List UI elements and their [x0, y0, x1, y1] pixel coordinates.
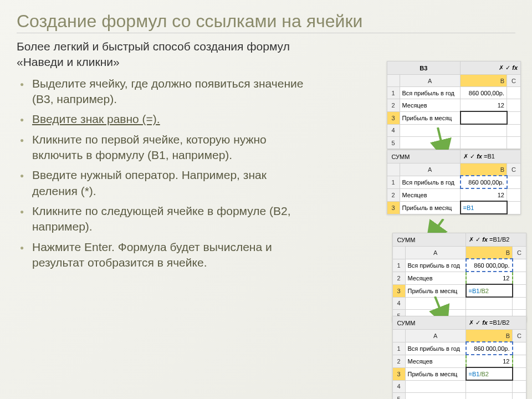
cell[interactable] [513, 272, 526, 284]
row-header[interactable]: 1 [387, 87, 400, 99]
cancel-icon[interactable]: ✗ [469, 319, 474, 326]
cell[interactable] [513, 367, 526, 380]
cell[interactable] [507, 111, 521, 124]
cell[interactable] [513, 297, 526, 310]
enter-icon[interactable]: ✓ [505, 64, 510, 71]
cell[interactable]: 12 [461, 99, 507, 112]
cell[interactable] [400, 124, 461, 137]
cell[interactable]: Прибыль в месяц [405, 284, 466, 297]
selected-cell[interactable] [461, 111, 507, 124]
cell[interactable] [507, 87, 521, 99]
column-header[interactable]: C [507, 75, 521, 87]
selected-cell[interactable]: =B1/B2 [466, 367, 513, 380]
cell[interactable] [466, 380, 513, 393]
column-header[interactable]: B [461, 163, 507, 176]
row-header[interactable]: 1 [387, 176, 400, 188]
cell[interactable] [405, 380, 466, 393]
row-header[interactable]: 1 [392, 342, 405, 355]
cell[interactable]: Вся прибыль в год [405, 342, 466, 355]
enter-icon[interactable]: ✓ [475, 319, 480, 326]
cancel-icon[interactable]: ✗ [469, 236, 474, 243]
cell[interactable]: Прибыль в месяц [400, 111, 461, 124]
cell[interactable]: 860 000,00р. [461, 176, 507, 188]
enter-icon[interactable]: ✓ [475, 236, 480, 243]
cell[interactable] [513, 284, 526, 297]
name-box[interactable]: СУММ [392, 233, 466, 247]
column-header[interactable]: A [405, 330, 466, 342]
cell[interactable] [507, 188, 521, 201]
cell[interactable]: Месяцев [400, 188, 461, 201]
cell[interactable] [507, 201, 521, 214]
name-box[interactable]: СУММ [387, 150, 461, 163]
cell[interactable] [466, 393, 513, 400]
selected-cell[interactable]: =B1 [461, 201, 507, 214]
row-header[interactable]: 3 [387, 201, 400, 214]
column-header[interactable]: C [513, 247, 526, 259]
row-header[interactable]: 2 [392, 272, 405, 284]
cell[interactable]: Месяцев [405, 272, 466, 284]
cell[interactable]: Прибыль в месяц [405, 367, 466, 380]
cell[interactable]: 860 000,00р. [461, 87, 507, 99]
cell[interactable] [507, 137, 521, 149]
cell[interactable] [513, 342, 526, 355]
row-header[interactable]: 2 [387, 99, 400, 112]
cell[interactable]: 12 [466, 272, 513, 284]
cell[interactable] [507, 124, 521, 137]
column-header[interactable]: B [466, 247, 513, 259]
cell[interactable]: Вся прибыль в год [405, 259, 466, 272]
cell[interactable] [513, 259, 526, 272]
cell[interactable]: Вся прибыль в год [400, 87, 461, 99]
cell[interactable] [405, 297, 466, 310]
cell[interactable] [507, 99, 521, 112]
row-header[interactable]: 4 [392, 297, 405, 310]
selected-cell[interactable]: =B1/B2 [466, 284, 513, 297]
cell[interactable] [513, 355, 526, 367]
cell[interactable] [507, 176, 521, 188]
column-header[interactable]: C [513, 330, 526, 342]
formula-bar[interactable]: =B1/B2 [489, 236, 509, 243]
formula-bar[interactable]: =B1/B2 [489, 319, 509, 326]
fx-icon[interactable]: fx [482, 236, 488, 243]
cell[interactable] [405, 393, 466, 400]
row-header[interactable]: 4 [387, 124, 400, 137]
cell[interactable]: 860 000,00р. [466, 259, 513, 272]
row-header[interactable]: 2 [392, 355, 405, 367]
cell[interactable] [400, 137, 461, 149]
row-header[interactable]: 4 [392, 380, 405, 393]
cancel-icon[interactable]: ✗ [463, 153, 468, 160]
row-header[interactable]: 3 [387, 111, 400, 124]
cell[interactable]: Прибыль в месяц [400, 201, 461, 214]
cell[interactable] [513, 393, 526, 400]
column-header[interactable]: B [461, 75, 507, 87]
column-header[interactable]: A [400, 75, 461, 87]
cell[interactable] [513, 380, 526, 393]
cell[interactable]: Вся прибыль в год [400, 176, 461, 188]
row-header[interactable]: 3 [392, 284, 405, 297]
cell[interactable] [466, 297, 513, 310]
fx-icon[interactable]: fx [477, 153, 482, 160]
cell[interactable]: 12 [461, 188, 507, 201]
bullet-item: Кликните по первой ячейке, которую нужно… [32, 132, 305, 163]
cell[interactable]: Месяцев [405, 355, 466, 367]
name-box[interactable]: СУММ [392, 316, 466, 330]
column-header[interactable]: B [466, 330, 513, 342]
fx-icon[interactable]: fx [482, 319, 488, 326]
row-header[interactable]: 5 [392, 393, 405, 400]
enter-icon[interactable]: ✓ [470, 153, 475, 160]
column-header[interactable]: A [400, 163, 461, 176]
row-header[interactable]: 2 [387, 188, 400, 201]
cell[interactable]: Месяцев [400, 99, 461, 112]
name-box[interactable]: B3 [387, 62, 461, 75]
fx-icon[interactable]: fx [512, 64, 518, 71]
cell[interactable]: 12 [466, 355, 513, 367]
cell[interactable]: 860 000,00р. [466, 342, 513, 355]
column-header[interactable]: A [405, 247, 466, 259]
cancel-icon[interactable]: ✗ [499, 64, 504, 71]
cell[interactable] [461, 137, 507, 149]
row-header[interactable]: 5 [387, 137, 400, 149]
row-header[interactable]: 1 [392, 259, 405, 272]
formula-bar[interactable]: =B1 [484, 153, 495, 160]
row-header[interactable]: 3 [392, 367, 405, 380]
cell[interactable] [461, 124, 507, 137]
column-header[interactable]: C [507, 163, 521, 176]
